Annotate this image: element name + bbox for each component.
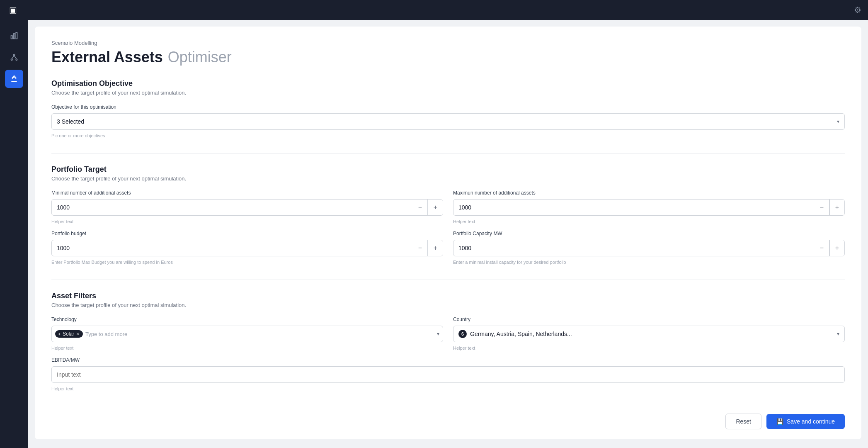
sidebar-item-tools[interactable] bbox=[5, 70, 23, 88]
chevron-down-icon: ▾ bbox=[437, 331, 439, 337]
technology-tags-input[interactable]: ✦ Solar ✕ Type to add more ▾ bbox=[51, 326, 443, 342]
svg-line-6 bbox=[12, 56, 14, 59]
min-assets-group: Minimal number of additional assets − + … bbox=[51, 190, 443, 224]
country-label: Country bbox=[453, 317, 845, 322]
max-assets-increment-button[interactable]: + bbox=[829, 199, 844, 216]
filters-section-title: Asset Filters bbox=[51, 292, 845, 300]
capacity-input[interactable] bbox=[453, 245, 815, 251]
objective-helper: Pic one or more objectives bbox=[51, 133, 845, 138]
optimisation-section-title: Optimisation Objective bbox=[51, 79, 845, 88]
budget-decrement-button[interactable]: − bbox=[413, 240, 428, 256]
country-count: 6 bbox=[458, 330, 467, 338]
ebitda-label: EBITDA/MW bbox=[51, 357, 845, 363]
capacity-label: Portfolio Capacity MW bbox=[453, 231, 845, 236]
country-group: Country 6 Germany, Austria, Spain, Nethe… bbox=[453, 317, 845, 351]
portfolio-section-desc: Choose the target profile of your next o… bbox=[51, 175, 845, 182]
reset-button[interactable]: Reset bbox=[725, 414, 761, 429]
portfolio-section: Portfolio Target Choose the target profi… bbox=[51, 165, 845, 265]
sidebar-item-charts[interactable] bbox=[5, 27, 23, 45]
ebitda-helper: Helper text bbox=[51, 386, 845, 391]
svg-point-5 bbox=[16, 59, 17, 60]
filters-section: Asset Filters Choose the target profile … bbox=[51, 292, 845, 391]
capacity-decrement-button[interactable]: − bbox=[815, 240, 829, 256]
budget-stepper: − + bbox=[51, 240, 443, 256]
min-assets-increment-button[interactable]: + bbox=[428, 199, 443, 216]
ebitda-group: EBITDA/MW Helper text bbox=[51, 357, 845, 391]
capacity-stepper: − + bbox=[453, 240, 845, 256]
tag-remove-button[interactable]: ✕ bbox=[76, 331, 80, 337]
capacity-helper: Enter a minimal install capacity for you… bbox=[453, 260, 845, 265]
page-title-secondary: Optimiser bbox=[168, 49, 232, 66]
max-assets-stepper: − + bbox=[453, 199, 845, 216]
objective-value: 3 Selected bbox=[57, 118, 84, 125]
budget-input[interactable] bbox=[52, 245, 413, 251]
technology-placeholder: Type to add more bbox=[85, 331, 434, 337]
budget-helper: Enter Portfolio Max Budget you are willi… bbox=[51, 260, 443, 265]
save-icon: 💾 bbox=[776, 418, 783, 425]
technology-helper: Helper text bbox=[51, 346, 443, 351]
max-assets-group: Maximun number of additional assets − + … bbox=[453, 190, 845, 224]
svg-rect-2 bbox=[16, 33, 17, 39]
max-assets-helper: Helper text bbox=[453, 219, 845, 224]
optimisation-section: Optimisation Objective Choose the target… bbox=[51, 79, 845, 138]
country-dropdown[interactable]: 6 Germany, Austria, Spain, Netherlands..… bbox=[453, 326, 845, 342]
settings-icon[interactable]: ⚙ bbox=[854, 5, 861, 15]
sidebar bbox=[0, 20, 28, 448]
svg-point-3 bbox=[13, 54, 15, 56]
sidebar-item-network[interactable] bbox=[5, 48, 23, 66]
technology-tag-solar: ✦ Solar ✕ bbox=[55, 330, 83, 338]
budget-increment-button[interactable]: + bbox=[428, 240, 443, 256]
min-assets-decrement-button[interactable]: − bbox=[413, 199, 428, 216]
min-assets-input[interactable] bbox=[52, 204, 413, 211]
technology-label: Technology bbox=[51, 317, 443, 322]
budget-label: Portfolio budget bbox=[51, 231, 443, 236]
tag-label: Solar bbox=[63, 331, 74, 337]
chevron-down-icon: ▾ bbox=[837, 119, 839, 124]
main-content: Scenario Modelling External Assets Optim… bbox=[28, 20, 868, 448]
footer-actions: Reset 💾 Save and continue bbox=[725, 414, 845, 429]
ebitda-input[interactable] bbox=[51, 366, 845, 383]
svg-line-7 bbox=[14, 56, 17, 59]
filters-section-desc: Choose the target profile of your next o… bbox=[51, 302, 845, 308]
capacity-group: Portfolio Capacity MW − + Enter a minima… bbox=[453, 231, 845, 265]
page-header: Scenario Modelling External Assets Optim… bbox=[51, 40, 845, 66]
svg-point-4 bbox=[11, 59, 12, 60]
svg-rect-1 bbox=[13, 34, 15, 39]
country-badge: 6 Germany, Austria, Spain, Netherlands..… bbox=[458, 330, 572, 338]
country-helper: Helper text bbox=[453, 346, 845, 351]
portfolio-section-title: Portfolio Target bbox=[51, 165, 845, 174]
max-assets-input[interactable] bbox=[453, 204, 815, 211]
budget-group: Portfolio budget − + Enter Portfolio Max… bbox=[51, 231, 443, 265]
capacity-increment-button[interactable]: + bbox=[829, 240, 844, 256]
min-assets-stepper: − + bbox=[51, 199, 443, 216]
objective-dropdown[interactable]: 3 Selected ▾ bbox=[51, 113, 845, 130]
objective-label: Objective for this optimisation bbox=[51, 104, 845, 110]
min-assets-helper: Helper text bbox=[51, 219, 443, 224]
country-value: Germany, Austria, Spain, Netherlands... bbox=[470, 331, 572, 337]
svg-rect-0 bbox=[11, 36, 12, 39]
topbar: ▣ ⚙ bbox=[0, 0, 868, 20]
save-label: Save and continue bbox=[787, 418, 835, 425]
page-title-main: External Assets bbox=[51, 49, 163, 66]
topbar-logo: ▣ bbox=[7, 4, 19, 16]
chevron-down-icon: ▾ bbox=[837, 331, 839, 337]
breadcrumb: Scenario Modelling bbox=[51, 40, 845, 46]
max-assets-label: Maximun number of additional assets bbox=[453, 190, 845, 196]
objective-group: Objective for this optimisation 3 Select… bbox=[51, 104, 845, 138]
solar-icon: ✦ bbox=[58, 332, 61, 336]
optimisation-section-desc: Choose the target profile of your next o… bbox=[51, 90, 845, 96]
max-assets-decrement-button[interactable]: − bbox=[815, 199, 829, 216]
save-continue-button[interactable]: 💾 Save and continue bbox=[766, 414, 845, 429]
technology-group: Technology ✦ Solar ✕ Type to add more ▾ bbox=[51, 317, 443, 351]
min-assets-label: Minimal number of additional assets bbox=[51, 190, 443, 196]
page-title: External Assets Optimiser bbox=[51, 49, 845, 66]
